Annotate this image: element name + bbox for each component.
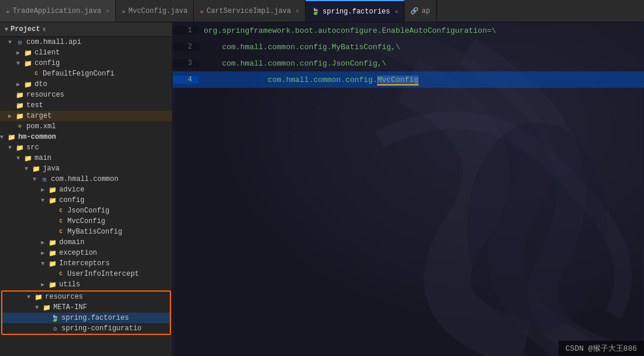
item-label: exception	[59, 249, 97, 257]
folder-icon: 📁	[32, 165, 41, 173]
factories-icon: 🍃	[50, 314, 60, 322]
java-class-icon: C	[56, 229, 66, 235]
folder-icon: 📁	[15, 144, 25, 152]
folder-icon: 📁	[48, 239, 57, 247]
tree-item-defaultfeignconfig[interactable]: C DefaultFeignConfi	[0, 69, 172, 79]
tree-item-java[interactable]: ▼ 📁 java	[0, 163, 172, 174]
chevron-down-icon: ▼	[41, 197, 48, 204]
chevron-down-icon: ▼	[16, 60, 23, 67]
item-label: domain	[59, 238, 84, 247]
chevron-right-icon: ▶	[41, 249, 48, 256]
status-text: CSDN @猴子大王886	[566, 344, 637, 353]
tab-cartservice[interactable]: ☕ CartServiceImpl.java ✕	[194, 0, 306, 22]
tree-item-config[interactable]: ▼ 📁 config	[0, 58, 172, 69]
chevron-down-icon: ▼	[0, 134, 7, 141]
tab-mvcconfig[interactable]: ☕ MvcConfig.java	[116, 0, 194, 22]
tab-trade[interactable]: ☕ TradeApplication.java ✕	[0, 0, 116, 22]
folder-icon: 📁	[23, 60, 33, 67]
tree-item-spring-factories[interactable]: 🍃 spring.factories	[2, 313, 170, 323]
tab-factories[interactable]: 🍃 spring.factories ✕	[306, 0, 405, 22]
tree-item-domain[interactable]: ▶ 📁 domain	[0, 237, 172, 248]
tree-item-config2[interactable]: ▼ 📁 config	[0, 195, 172, 206]
tree-item-com-api[interactable]: ▼ ⊞ com.hmall.api	[0, 37, 172, 47]
svg-point-1	[467, 122, 608, 333]
editor-area: 1 org.springframework.boot.autoconfigure…	[173, 22, 644, 356]
package-icon: ⊞	[40, 176, 49, 183]
tree-item-mybatisconfig[interactable]: C MyBatisConfig	[0, 227, 172, 237]
tab-api[interactable]: 🔗 ap	[405, 0, 436, 22]
item-label: config	[59, 196, 84, 204]
tree-item-test[interactable]: 📁 test	[0, 100, 172, 111]
tree-item-main[interactable]: ▼ 📁 main	[0, 153, 172, 163]
code-mvcconfig-highlight: MvcConfig	[377, 76, 418, 85]
folder-icon: 📁	[23, 81, 33, 88]
item-label: resources	[45, 293, 83, 301]
chevron-right-icon: ▶	[16, 81, 23, 88]
java-icon-3: ☕	[200, 7, 204, 15]
item-label: hm-common	[18, 133, 56, 141]
tree-item-mvcconfig2[interactable]: C MvcConfig	[0, 216, 172, 227]
item-label: target	[26, 112, 52, 120]
item-label: MyBatisConfig	[67, 228, 122, 236]
code-line-2: 2 com.hmall.common.config.MyBatisConfig,…	[173, 39, 644, 55]
spring-config-label: spring-configuratio	[61, 324, 142, 333]
folder-icon: 📁	[48, 260, 57, 268]
folder-icon: 📁	[23, 49, 33, 57]
folder-icon: 📁	[15, 112, 25, 120]
tree-item-target[interactable]: ▶ 📁 target	[0, 111, 172, 121]
sidebar-dropdown-icon: ∨	[42, 26, 46, 33]
folder-icon: 📁	[34, 293, 43, 301]
item-label: config	[35, 59, 60, 67]
tree-item-advice[interactable]: ▶ 📁 advice	[0, 184, 172, 195]
tree-item-utils[interactable]: ▶ 📁 utils	[0, 279, 172, 290]
tree-item-client[interactable]: ▶ 📁 client	[0, 47, 172, 58]
xml-icon: m	[15, 124, 25, 129]
item-label: JsonConfig	[67, 207, 109, 215]
project-chevron-icon: ▼	[5, 26, 8, 33]
line-number-3: 3	[173, 59, 199, 67]
folder-icon: 📁	[48, 249, 57, 257]
java-class-icon: C	[56, 218, 66, 224]
tab-cartservice-close[interactable]: ✕	[296, 8, 299, 15]
tree-item-resources2[interactable]: ▼ 📁 resources	[2, 292, 170, 302]
tab-cartservice-label: CartServiceImpl.java	[207, 7, 291, 15]
tree-item-meta-inf[interactable]: ▼ 📁 META-INF	[2, 302, 170, 313]
module-icon: 📁	[7, 134, 16, 141]
tree-item-hm-common[interactable]: ▼ 📁 hm-common	[0, 132, 172, 142]
tab-factories-label: spring.factories	[323, 8, 390, 16]
tab-bar: ☕ TradeApplication.java ✕ ☕ MvcConfig.ja…	[0, 0, 644, 22]
tree-item-exception[interactable]: ▶ 📁 exception	[0, 248, 172, 258]
folder-icon: 📁	[15, 102, 25, 109]
tree-item-interceptors[interactable]: ▼ 📁 Interceptors	[0, 258, 172, 269]
code-content: 1 org.springframework.boot.autoconfigure…	[173, 22, 644, 88]
item-label: main	[35, 154, 52, 162]
tree-item-src[interactable]: ▼ 📁 src	[0, 142, 172, 153]
tree-item-resources-api[interactable]: 📁 resources	[0, 90, 172, 100]
code-text-1: org.springframework.boot.autoconfigure.E…	[199, 26, 496, 35]
tree-item-pom[interactable]: m pom.xml	[0, 121, 172, 132]
factories-tab-icon: 🍃	[311, 8, 320, 15]
item-label: java	[43, 165, 60, 173]
tree-item-com-common[interactable]: ▼ ⊞ com.hmall.common	[0, 174, 172, 184]
folder-icon: 📁	[23, 155, 33, 162]
package-icon: ⊞	[15, 39, 25, 46]
line-number-1: 1	[173, 26, 199, 35]
java-file-icon: C	[32, 71, 41, 77]
java-icon: ☕	[6, 7, 10, 15]
sidebar-header[interactable]: ▼ Project ∨	[0, 22, 172, 37]
tree-item-spring-config[interactable]: ⚙ spring-configuratio	[2, 323, 170, 334]
tab-trade-close[interactable]: ✕	[106, 8, 109, 15]
item-label: com.hmall.api	[26, 38, 81, 46]
item-label: resources	[26, 91, 64, 99]
main-area: ▼ Project ∨ ▼ ⊞ com.hmall.api ▶ 📁 client…	[0, 22, 644, 356]
tree-item-dto[interactable]: ▶ 📁 dto	[0, 79, 172, 90]
item-label: test	[26, 101, 43, 109]
code-line-1: 1 org.springframework.boot.autoconfigure…	[173, 22, 644, 39]
tree-item-userinfointercept[interactable]: C UserInfoIntercept	[0, 269, 172, 279]
item-label: pom.xml	[26, 122, 56, 131]
folder-icon: 📁	[48, 281, 57, 289]
tree-item-jsonconfig[interactable]: C JsonConfig	[0, 206, 172, 216]
tab-factories-close[interactable]: ✕	[395, 8, 398, 15]
chevron-down-icon: ▼	[27, 294, 34, 300]
chevron-down-icon: ▼	[8, 145, 15, 151]
